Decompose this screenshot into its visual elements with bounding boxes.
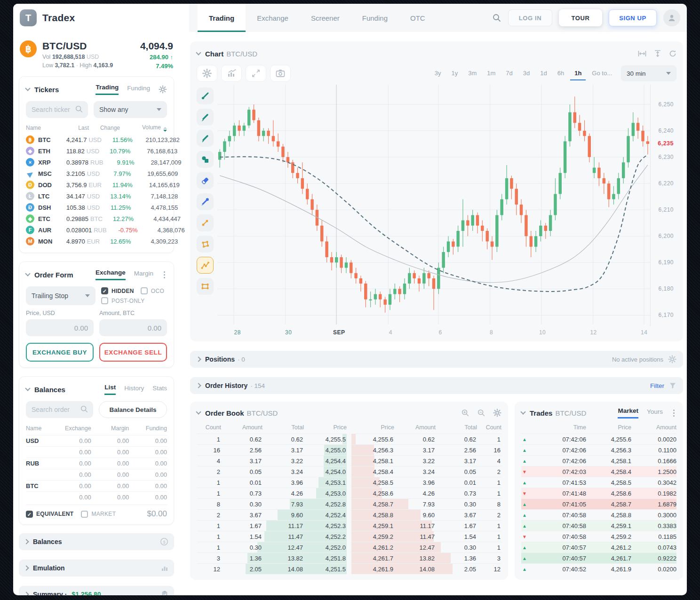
order-book-ask-row[interactable]: 4,258.89.603.672 bbox=[351, 509, 501, 520]
timeframe-1d[interactable]: 1d bbox=[536, 67, 551, 80]
snapshot-button[interactable] bbox=[270, 65, 291, 82]
pen-tool[interactable] bbox=[197, 109, 214, 126]
post-only-checkbox[interactable]: POST-ONLY bbox=[101, 297, 145, 304]
trade-row[interactable]: ▲07:40:574,261.70.9222 bbox=[521, 553, 676, 563]
nav-tab-trading[interactable]: Trading bbox=[198, 4, 246, 32]
tab-market[interactable]: Market bbox=[618, 407, 638, 418]
ticker-row[interactable]: ▶MSC3.2105USD7.97%19,655,609 bbox=[26, 168, 167, 179]
price-field[interactable]: 0.00 bbox=[26, 319, 94, 336]
eraser-tool[interactable] bbox=[197, 172, 214, 189]
tab-tickers-funding[interactable]: Funding bbox=[127, 85, 150, 95]
eyedropper-tool[interactable] bbox=[197, 193, 214, 210]
order-book-bid-row[interactable]: 10.620.624,255.5 bbox=[197, 434, 347, 444]
ticker-row[interactable]: MMON4.8970EUR12.65%4,309,223 bbox=[26, 236, 167, 247]
order-book-ask-row[interactable]: 4,255.60.620.621 bbox=[351, 434, 501, 444]
order-book-bid-row[interactable]: 10.734.264,253.0 bbox=[197, 488, 347, 498]
signup-button[interactable]: SIGN UP bbox=[609, 9, 657, 26]
tab-history[interactable]: History bbox=[124, 385, 144, 395]
exchange-buy-button[interactable]: EXCHANGE BUY bbox=[26, 343, 94, 362]
interval-select[interactable]: 30 min bbox=[621, 65, 676, 81]
amount-field[interactable]: 0.00 bbox=[99, 319, 167, 336]
collapse-chart-icon[interactable] bbox=[196, 50, 201, 55]
ticker-filter-select[interactable]: Show any bbox=[94, 101, 167, 118]
order-book-ask-row[interactable]: 4,256.33.172.5616 bbox=[351, 444, 501, 455]
order-book-bid-row[interactable]: 122.0514.084,251.5 bbox=[197, 563, 347, 574]
chart-settings-button[interactable] bbox=[197, 65, 217, 82]
ticker-row[interactable]: ฿BTC4,241.7USD11.56%210,123,282 bbox=[26, 134, 167, 145]
gear-icon[interactable] bbox=[668, 355, 676, 363]
trade-row[interactable]: ▼07:42:034,258.41.2500 bbox=[521, 466, 676, 477]
funnel-icon[interactable] bbox=[669, 382, 676, 389]
gear-icon[interactable] bbox=[493, 409, 501, 417]
collapse-order-book-icon[interactable] bbox=[196, 409, 201, 414]
order-book-ask-row[interactable]: 4,261.914.082.0512 bbox=[351, 563, 501, 574]
col-change[interactable]: Change bbox=[89, 125, 120, 131]
ticker-row[interactable]: ĐDSH105.38USD11.25%4,478,155 bbox=[26, 202, 167, 213]
tab-yours[interactable]: Yours bbox=[647, 408, 663, 418]
tab-list[interactable]: List bbox=[104, 384, 116, 395]
fit-height-icon[interactable] bbox=[654, 50, 661, 57]
polygon-tool[interactable] bbox=[197, 236, 214, 253]
ticker-row[interactable]: FAUR0.028001RUB-0.75%4,368,076 bbox=[26, 224, 167, 236]
fullscreen-button[interactable] bbox=[246, 65, 266, 82]
tab-margin[interactable]: Margin bbox=[134, 270, 153, 280]
shapes-tool[interactable] bbox=[197, 151, 214, 168]
timeframe-1m[interactable]: 1m bbox=[483, 67, 500, 80]
trade-row[interactable]: ▲07:40:584,258.80.3000 bbox=[521, 509, 676, 520]
timeframe-6h[interactable]: 6h bbox=[553, 67, 568, 80]
order-book-ask-row[interactable]: 4,259.211.471.541 bbox=[351, 531, 501, 542]
order-book-bid-row[interactable]: 11.6711.174,252.3 bbox=[197, 520, 347, 531]
zoom-out-icon[interactable] bbox=[477, 409, 485, 417]
col-last[interactable]: Last bbox=[66, 125, 89, 131]
order-search[interactable] bbox=[26, 401, 93, 418]
order-book-bid-row[interactable]: 80.307.934,252.8 bbox=[197, 498, 347, 509]
ticker-row[interactable]: ◆ETH118.82USD10.79%76,168,613 bbox=[26, 145, 167, 157]
nav-tab-otc[interactable]: OTC bbox=[399, 4, 437, 32]
order-type-select[interactable]: Trailing Stop bbox=[26, 286, 95, 305]
nav-tab-screener[interactable]: Screener bbox=[300, 4, 351, 32]
order-book-bid-row[interactable]: 162.563.174,255.0 bbox=[197, 444, 347, 455]
order-book-ask-row[interactable]: 4,258.13.223.174 bbox=[351, 455, 501, 466]
tab-stats[interactable]: Stats bbox=[152, 385, 167, 395]
filter-button[interactable]: Filter bbox=[650, 382, 664, 389]
trade-row[interactable]: ▲07:42:064,258.10.1666 bbox=[521, 455, 676, 466]
candlestick-chart[interactable] bbox=[217, 85, 650, 326]
login-button[interactable]: LOG IN bbox=[508, 9, 552, 26]
line-segment-tool[interactable] bbox=[197, 214, 214, 231]
order-book-bid-row[interactable]: 43.173.224,254.4 bbox=[197, 455, 347, 466]
collapse-tickers-icon[interactable] bbox=[25, 86, 30, 91]
trade-row[interactable]: ▲07:40:574,261.20.0743 bbox=[521, 542, 676, 553]
time-axis[interactable]: 2830SEP468101214 bbox=[221, 326, 650, 338]
order-book-bid-row[interactable]: 23.679.604,252.4 bbox=[197, 509, 347, 520]
trade-row[interactable]: ▲07:42:064,255.60.0020 bbox=[521, 434, 676, 444]
gear-icon[interactable] bbox=[159, 85, 167, 94]
balance-details-button[interactable]: Balance Details bbox=[99, 401, 167, 418]
trade-row[interactable]: ▼07:41:484,258.60.1982 bbox=[521, 488, 676, 498]
collapse-order-form-icon[interactable] bbox=[25, 271, 30, 276]
rect-select-tool[interactable] bbox=[197, 278, 214, 295]
zoom-in-icon[interactable] bbox=[461, 409, 469, 417]
avatar[interactable] bbox=[663, 9, 680, 26]
brush-tool[interactable] bbox=[197, 87, 214, 104]
ticker-row[interactable]: ×XRP0.38978RUB9.91%28,147,009 bbox=[26, 157, 167, 168]
tour-button[interactable]: TOUR bbox=[559, 9, 602, 26]
order-book-ask-row[interactable]: 4,258.64.260.731 bbox=[351, 488, 501, 498]
search-icon[interactable] bbox=[492, 13, 501, 23]
tab-exchange[interactable]: Exchange bbox=[95, 269, 126, 280]
timeframe-3d[interactable]: 3d bbox=[519, 67, 534, 80]
fit-width-icon[interactable] bbox=[638, 50, 646, 57]
balances-collapsed-bar[interactable]: Balances $ bbox=[19, 533, 174, 550]
oco-checkbox[interactable]: OCO bbox=[141, 287, 164, 294]
trade-row[interactable]: ▼07:40:584,259.20.1185 bbox=[521, 531, 676, 542]
timeframe-3m[interactable]: 3m bbox=[464, 67, 481, 80]
trade-row[interactable]: ▲07:41:534,258.50.3042 bbox=[521, 477, 676, 488]
order-book-bid-row[interactable]: 20.053.244,254.0 bbox=[197, 466, 347, 477]
col-name[interactable]: Name bbox=[26, 125, 66, 131]
positions-bar[interactable]: Positions· 0 No active positions bbox=[190, 351, 683, 368]
order-book-ask-row[interactable]: 4,258.53.960.011 bbox=[351, 477, 501, 488]
timeframe-1h[interactable]: 1h bbox=[570, 67, 586, 80]
polyline-tool[interactable] bbox=[197, 257, 214, 274]
order-book-ask-row[interactable]: 4,258.77.930.308 bbox=[351, 498, 501, 509]
trade-row[interactable]: ▲07:40:524,261.90.0200 bbox=[521, 563, 676, 574]
trade-row[interactable]: ▲07:42:064,256.30.1100 bbox=[521, 444, 676, 455]
